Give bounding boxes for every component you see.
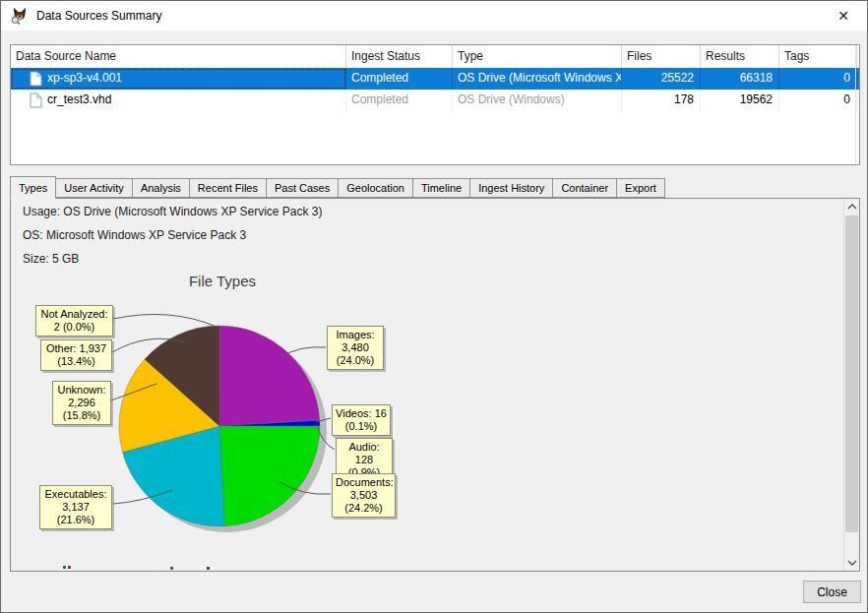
cell-files[interactable]: 25522 (622, 68, 701, 90)
close-button[interactable]: Close (803, 581, 861, 603)
tab-recent-files[interactable]: Recent Files (189, 178, 267, 198)
file-icon (30, 92, 42, 108)
tab-geolocation[interactable]: Geolocation (338, 178, 413, 198)
cell-name[interactable]: cr_test3.vhd (11, 90, 346, 111)
table-body: xp-sp3-v4.001CompletedOS Drive (Microsof… (11, 68, 859, 111)
scroll-down-icon[interactable] (844, 555, 859, 571)
data-source-name: xp-sp3-v4.001 (47, 71, 122, 85)
pie-label-executables: Executables:3,137(21.6%) (39, 485, 112, 529)
pie-label-videos: Videos: 16(0.1%) (332, 404, 391, 436)
os-line: OS: Microsoft Windows XP Service Pack 3 (23, 228, 246, 242)
table-row[interactable]: cr_test3.vhdCompletedOS Drive (Windows)1… (11, 90, 859, 111)
column-header-tags[interactable]: Tags (779, 45, 857, 68)
cell-results[interactable]: 66318 (701, 68, 779, 90)
usage-line: Usage: OS Drive (Microsoft Windows XP Se… (23, 205, 323, 218)
column-header-type[interactable]: Type (453, 45, 622, 68)
cell-tags[interactable]: 0 (779, 68, 857, 90)
cell-files[interactable]: 178 (622, 90, 701, 111)
clipped-scrolled-text (207, 567, 210, 570)
column-header-data-source-name[interactable]: Data Source Name (11, 45, 346, 68)
table-row[interactable]: xp-sp3-v4.001CompletedOS Drive (Microsof… (11, 68, 859, 90)
pie-label-documents: Documents:3,503(24.2%) (332, 473, 396, 518)
tab-types[interactable]: Types (10, 176, 56, 199)
cell-ingest_status[interactable]: Completed (346, 68, 453, 90)
size-line: Size: 5 GB (23, 252, 79, 266)
clipped-scrolled-text (63, 566, 66, 569)
clipped-scrolled-text (170, 567, 173, 570)
table-scrollbar-lane (855, 45, 856, 164)
table-header-row: Data Source NameIngest StatusTypeFilesRe… (11, 45, 859, 68)
cell-results[interactable]: 19562 (701, 90, 779, 111)
column-header-ingest-status[interactable]: Ingest Status (346, 45, 453, 68)
scroll-up-icon[interactable] (844, 199, 859, 215)
titlebar: Data Sources Summary ✕ (1, 1, 867, 31)
tab-analysis[interactable]: Analysis (132, 178, 190, 198)
data-sources-summary-dialog: Data Sources Summary ✕ Data Source NameI… (0, 0, 868, 613)
pie-label-not-analyzed: Not Analyzed:2 (0.0%) (35, 305, 113, 337)
window-title: Data Sources Summary (36, 9, 161, 23)
autopsy-dog-icon (10, 6, 30, 26)
cell-ingest_status[interactable]: Completed (346, 90, 453, 111)
data-source-name: cr_test3.vhd (47, 92, 111, 106)
scrollbar-thumb[interactable] (845, 215, 858, 532)
pie-label-unknown: Unknown:2,296(15.8%) (52, 381, 111, 425)
column-header-files[interactable]: Files (622, 45, 701, 68)
types-tab-panel (10, 198, 860, 572)
cell-type[interactable]: OS Drive (Microsoft Windows X... (453, 68, 622, 90)
clipped-scrolled-text (68, 566, 71, 569)
cell-tags[interactable]: 0 (779, 90, 857, 111)
tab-past-cases[interactable]: Past Cases (266, 178, 339, 198)
tab-export[interactable]: Export (616, 178, 665, 198)
summary-tabstrip: TypesUser ActivityAnalysisRecent FilesPa… (10, 176, 665, 199)
pie-label-images: Images:3,480(24.0%) (327, 326, 384, 370)
data-sources-table: Data Source NameIngest StatusTypeFilesRe… (10, 44, 860, 165)
column-header-results[interactable]: Results (701, 45, 779, 68)
cell-name[interactable]: xp-sp3-v4.001 (11, 68, 346, 90)
close-window-icon[interactable]: ✕ (824, 1, 863, 31)
cell-type[interactable]: OS Drive (Windows) (453, 90, 622, 111)
tab-timeline[interactable]: Timeline (412, 178, 470, 198)
panel-scrollbar[interactable] (843, 199, 859, 571)
tab-user-activity[interactable]: User Activity (55, 178, 133, 198)
chart-title: File Types (124, 273, 321, 289)
file-icon (30, 71, 42, 87)
tab-container[interactable]: Container (552, 178, 617, 198)
pie-label-other: Other: 1,937(13.4%) (40, 339, 112, 371)
tab-ingest-history[interactable]: Ingest History (469, 178, 553, 198)
